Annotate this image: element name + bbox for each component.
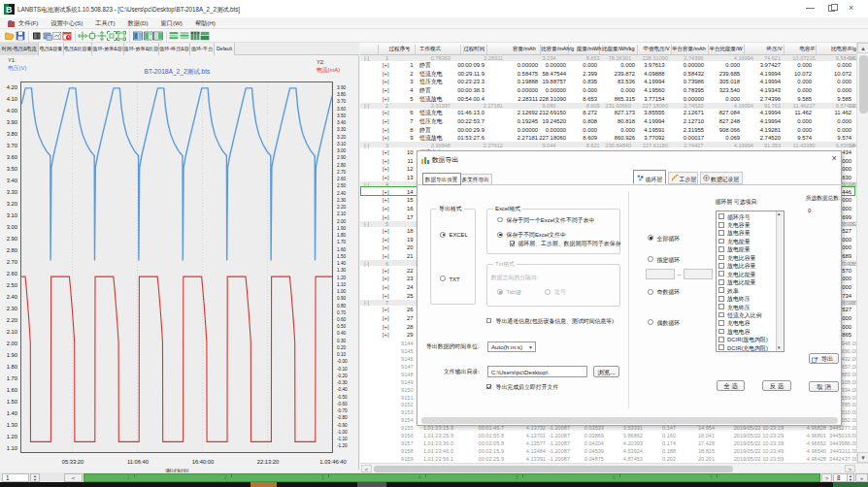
svg-text:B: B xyxy=(6,5,13,15)
